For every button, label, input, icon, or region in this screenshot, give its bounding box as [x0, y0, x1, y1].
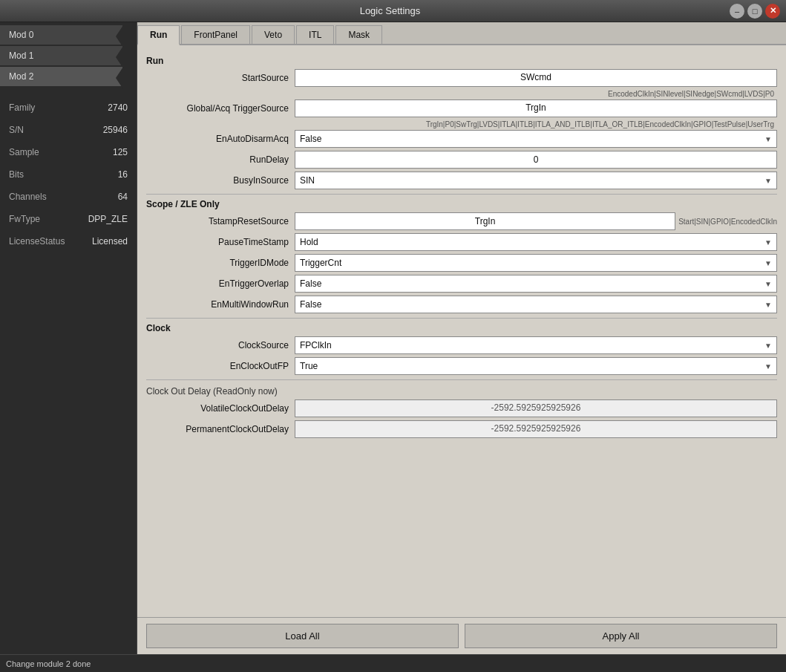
global-acq-trigger-value[interactable]: TrgIn [295, 100, 777, 117]
sidebar: Mod 0 Mod 1 Mod 2 Family 2740 S/N 25946 … [0, 22, 137, 654]
trigger-id-mode-arrow-icon: ▼ [764, 259, 772, 267]
tab-bar: Run FrontPanel Veto ITL Mask [137, 22, 786, 45]
en-multi-window-run-value: False [300, 299, 321, 310]
tab-mask[interactable]: Mask [335, 25, 382, 44]
global-acq-trigger-hint: TrgIn|P0|SwTrg|LVDS|ITLA|ITLB|ITLA_AND_I… [295, 120, 777, 128]
title-bar: Logic Settings – □ ✕ [0, 0, 786, 22]
run-section-title: Run [146, 56, 777, 66]
sidebar-row-license: LicenseStatus Licensed [9, 236, 128, 247]
apply-all-button[interactable]: Apply All [465, 624, 777, 648]
en-clock-out-fp-label: EnClockOutFP [146, 361, 295, 371]
trigger-id-mode-row: TriggerIDMode TriggerCnt ▼ [146, 254, 777, 272]
en-trigger-overlap-arrow-icon: ▼ [764, 280, 772, 288]
trigger-id-mode-label: TriggerIDMode [146, 258, 295, 268]
start-source-row: StartSource SWcmd [146, 69, 777, 87]
en-auto-disarm-arrow-icon: ▼ [764, 135, 772, 143]
clock-source-row: ClockSource FPClkIn ▼ [146, 336, 777, 354]
en-trigger-overlap-input-container: False ▼ [295, 275, 777, 293]
en-auto-disarm-value: False [300, 134, 321, 144]
trigger-id-mode-dropdown[interactable]: TriggerCnt ▼ [295, 254, 777, 272]
tstamp-reset-label: TstampResetSource [146, 216, 295, 226]
run-delay-input[interactable]: 0 [295, 151, 777, 169]
tab-veto[interactable]: Veto [252, 25, 295, 44]
clock-source-arrow-icon: ▼ [764, 342, 772, 350]
licensestatus-label: LicenseStatus [9, 236, 65, 247]
button-bar: Load All Apply All [137, 617, 786, 654]
title-bar-controls: – □ ✕ [730, 4, 780, 19]
tstamp-reset-input[interactable]: TrgIn [295, 212, 675, 230]
sample-value: 125 [113, 147, 128, 157]
pause-timestamp-value: Hold [300, 237, 318, 247]
en-clock-out-fp-input-container: True ▼ [295, 357, 777, 375]
clock-section-title: Clock [146, 323, 777, 333]
scope-zle-section-title: Scope / ZLE Only [146, 199, 777, 209]
run-delay-input-container: 0 [295, 151, 777, 169]
sidebar-item-mod2[interactable]: Mod 2 [0, 67, 122, 86]
sn-value: 25946 [103, 125, 128, 135]
en-multi-window-run-arrow-icon: ▼ [764, 301, 772, 309]
volatile-clock-out-delay-input-container: -2592.5925925925926 [295, 399, 777, 417]
busy-in-source-dropdown[interactable]: SIN ▼ [295, 172, 777, 189]
spacer-bottom [146, 441, 777, 463]
fwtype-value: DPP_ZLE [88, 214, 128, 224]
permanent-clock-out-delay-value: -2592.5925925925926 [295, 420, 777, 438]
tab-frontpanel[interactable]: FrontPanel [181, 25, 250, 44]
clock-out-delay-section-title: Clock Out Delay (ReadOnly now) [146, 386, 777, 397]
minimize-button[interactable]: – [730, 4, 744, 19]
start-source-value[interactable]: SWcmd [295, 69, 777, 87]
clock-source-input-container: FPClkIn ▼ [295, 336, 777, 354]
en-trigger-overlap-dropdown[interactable]: False ▼ [295, 275, 777, 293]
permanent-clock-out-delay-input-container: -2592.5925925925926 [295, 420, 777, 438]
en-auto-disarm-label: EnAutoDisarmAcq [146, 134, 295, 144]
sidebar-row-family: Family 2740 [9, 102, 128, 113]
start-source-hint: EncodedClkIn|SINlevel|SINedge|SWcmd|LVDS… [295, 90, 777, 98]
pause-timestamp-label: PauseTimeStamp [146, 237, 295, 247]
main-container: Mod 0 Mod 1 Mod 2 Family 2740 S/N 25946 … [0, 22, 786, 654]
tab-itl[interactable]: ITL [296, 25, 334, 44]
en-multi-window-run-input-container: False ▼ [295, 296, 777, 313]
en-multi-window-run-label: EnMultiWindowRun [146, 299, 295, 310]
en-multi-window-run-row: EnMultiWindowRun False ▼ [146, 296, 777, 313]
clock-source-value: FPClkIn [300, 340, 332, 350]
sidebar-row-fwtype: FwType DPP_ZLE [9, 214, 128, 224]
pause-timestamp-dropdown[interactable]: Hold ▼ [295, 233, 777, 251]
sample-label: Sample [9, 147, 39, 157]
en-trigger-overlap-row: EnTriggerOverlap False ▼ [146, 275, 777, 293]
maximize-button[interactable]: □ [747, 4, 762, 19]
form-area: Run StartSource SWcmd EncodedClkIn|SINle… [137, 45, 786, 617]
run-delay-row: RunDelay 0 [146, 151, 777, 169]
content-area: Run FrontPanel Veto ITL Mask Run StartSo… [137, 22, 786, 654]
start-source-input-container: SWcmd [295, 69, 777, 87]
volatile-clock-out-delay-label: VolatileClockOutDelay [146, 403, 295, 414]
volatile-clock-out-delay-row: VolatileClockOutDelay -2592.592592592592… [146, 399, 777, 417]
tab-run[interactable]: Run [137, 25, 180, 45]
load-all-button[interactable]: Load All [146, 624, 459, 648]
busy-in-source-row: BusyInSource SIN ▼ [146, 172, 777, 189]
pause-timestamp-input-container: Hold ▼ [295, 233, 777, 251]
divider-1 [146, 194, 777, 195]
en-clock-out-fp-dropdown[interactable]: True ▼ [295, 357, 777, 375]
en-multi-window-run-dropdown[interactable]: False ▼ [295, 296, 777, 313]
bits-value: 16 [118, 169, 128, 180]
status-message: Change module 2 done [6, 659, 91, 668]
busy-in-source-label: BusyInSource [146, 175, 295, 186]
busy-in-source-value: SIN [300, 175, 315, 186]
channels-value: 64 [118, 192, 128, 202]
sidebar-item-mod0[interactable]: Mod 0 [0, 25, 122, 45]
clock-source-dropdown[interactable]: FPClkIn ▼ [295, 336, 777, 354]
en-clock-out-fp-row: EnClockOutFP True ▼ [146, 357, 777, 375]
en-auto-disarm-input-container: False ▼ [295, 130, 777, 148]
pause-timestamp-row: PauseTimeStamp Hold ▼ [146, 233, 777, 251]
sidebar-info: Family 2740 S/N 25946 Sample 125 Bits 16… [0, 102, 137, 258]
family-value: 2740 [108, 102, 128, 113]
start-source-hint-row: EncodedClkIn|SINlevel|SINedge|SWcmd|LVDS… [146, 90, 777, 98]
tstamp-reset-hint: Start|SIN|GPIO|EncodedClkIn [678, 218, 777, 226]
volatile-clock-out-delay-value: -2592.5925925925926 [295, 399, 777, 417]
global-acq-trigger-row: Global/Acq TriggerSource TrgIn [146, 100, 777, 117]
trigger-id-mode-input-container: TriggerCnt ▼ [295, 254, 777, 272]
sidebar-item-mod1[interactable]: Mod 1 [0, 46, 122, 65]
en-auto-disarm-dropdown[interactable]: False ▼ [295, 130, 777, 148]
start-source-label: StartSource [146, 73, 295, 83]
run-delay-label: RunDelay [146, 154, 295, 165]
close-button[interactable]: ✕ [765, 4, 780, 19]
